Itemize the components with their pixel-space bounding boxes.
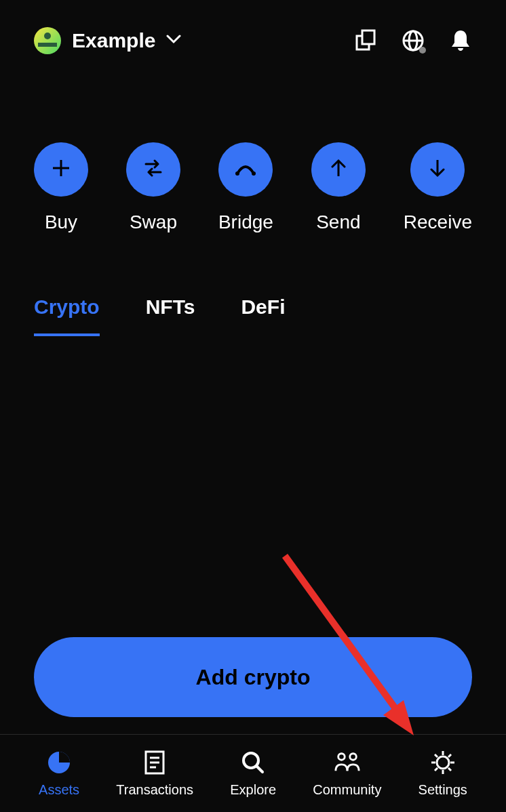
nav-label: Transactions <box>116 782 193 798</box>
nav-label: Settings <box>419 782 467 798</box>
action-label: Buy <box>45 211 77 233</box>
action-label: Bridge <box>218 211 273 233</box>
nav-settings[interactable]: Settings <box>419 750 467 798</box>
nav-assets[interactable]: Assets <box>39 750 79 798</box>
nav-label: Community <box>313 782 381 798</box>
gear-icon <box>430 750 456 775</box>
svg-line-26 <box>448 768 451 771</box>
search-icon <box>240 750 266 775</box>
svg-rect-1 <box>362 31 374 44</box>
svg-line-25 <box>435 754 437 757</box>
svg-line-17 <box>257 767 262 772</box>
action-label: Swap <box>130 211 177 233</box>
nav-label: Explore <box>230 782 276 798</box>
tab-crypto[interactable]: Crypto <box>34 296 100 336</box>
copy-icon[interactable] <box>354 29 377 52</box>
swap-icon <box>142 159 165 180</box>
svg-point-7 <box>235 171 239 176</box>
tab-nfts[interactable]: NFTs <box>146 296 195 336</box>
svg-point-20 <box>437 756 449 769</box>
svg-line-27 <box>448 754 451 757</box>
document-icon <box>142 750 168 775</box>
send-action[interactable]: Send <box>311 142 366 233</box>
header: Example <box>0 0 506 68</box>
tab-defi[interactable]: DeFi <box>241 296 285 336</box>
chart-icon <box>46 750 72 775</box>
header-icons <box>354 29 472 52</box>
bell-icon[interactable] <box>449 29 472 52</box>
account-name: Example <box>72 29 155 52</box>
buy-action[interactable]: Buy <box>34 142 88 233</box>
nav-community[interactable]: Community <box>313 750 381 798</box>
plus-icon <box>50 157 72 182</box>
bridge-action[interactable]: Bridge <box>218 142 273 233</box>
swap-action[interactable]: Swap <box>126 142 180 233</box>
chevron-down-icon <box>166 35 181 47</box>
bridge-icon <box>233 159 258 180</box>
actions-row: Buy Swap Bridge <box>0 68 506 260</box>
bottom-nav: Assets Transactions Explore <box>0 734 506 812</box>
nav-label: Assets <box>39 782 79 798</box>
svg-point-8 <box>252 171 256 176</box>
add-crypto-button[interactable]: Add crypto <box>34 637 472 717</box>
nav-transactions[interactable]: Transactions <box>116 750 193 798</box>
avatar <box>34 27 61 54</box>
svg-line-28 <box>435 768 437 771</box>
svg-point-18 <box>338 753 345 760</box>
globe-icon[interactable] <box>402 29 425 52</box>
arrow-up-icon <box>329 157 348 182</box>
svg-point-19 <box>350 753 357 760</box>
account-selector[interactable]: Example <box>34 27 181 54</box>
nav-explore[interactable]: Explore <box>230 750 276 798</box>
receive-action[interactable]: Receive <box>404 142 472 233</box>
action-label: Receive <box>404 211 472 233</box>
arrow-down-icon <box>428 157 447 182</box>
people-icon <box>334 750 360 775</box>
action-label: Send <box>316 211 360 233</box>
tabs-row: Crypto NFTs DeFi <box>0 260 506 336</box>
